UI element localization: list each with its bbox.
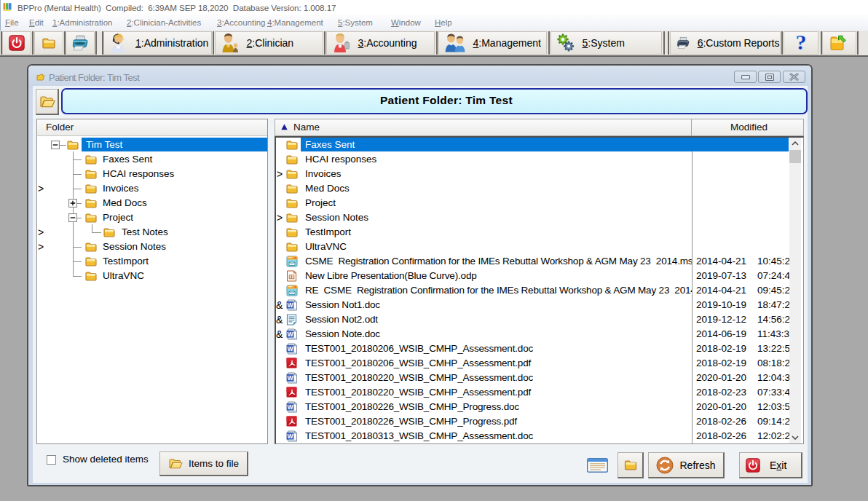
- svg-text:W: W: [287, 433, 293, 440]
- svg-text:W: W: [287, 403, 293, 411]
- svg-text:W: W: [287, 374, 293, 382]
- svg-text:?: ?: [795, 32, 806, 54]
- svg-text:W: W: [287, 301, 293, 309]
- svg-text:W: W: [287, 331, 293, 338]
- svg-text:W: W: [287, 345, 293, 352]
